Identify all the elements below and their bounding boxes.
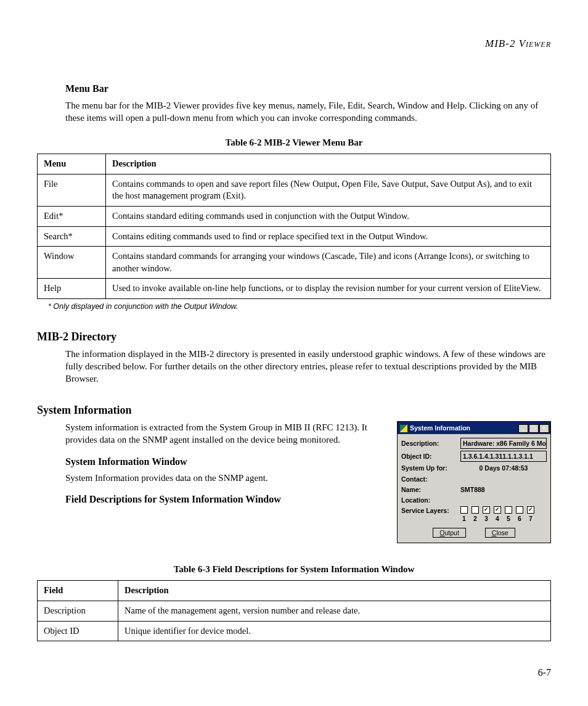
label-uptime: System Up for: — [401, 464, 460, 472]
label-object-id: Object ID: — [401, 452, 460, 461]
table-row: FileContains commands to open and save r… — [38, 174, 551, 206]
value-object-id[interactable]: 1.3.6.1.4.1.311.1.1.3.1.1 — [460, 451, 547, 462]
table-6-3-col2: Description — [118, 581, 551, 601]
value-uptime: 0 Days 07:48:53 — [460, 464, 547, 472]
mib2-directory-paragraph: The information displayed in the MIB-2 d… — [65, 348, 551, 385]
page-header: MIB-2 Viewer — [37, 37, 551, 51]
menu-bar-heading: Menu Bar — [65, 82, 551, 96]
table-6-3: Field Description DescriptionName of the… — [37, 580, 551, 641]
table-6-3-caption: Table 6-3 Field Descriptions for System … — [37, 563, 551, 575]
minimize-icon[interactable]: _ — [518, 424, 528, 433]
close-icon[interactable]: × — [539, 424, 549, 433]
table-row: HelpUsed to invoke available on-line hel… — [38, 279, 551, 299]
layer-4-checkbox[interactable]: ✓ — [494, 506, 501, 514]
table-row: Search*Contains editing commands used to… — [38, 226, 551, 247]
page-number: 6-7 — [37, 666, 551, 679]
app-icon — [400, 425, 407, 432]
layer-2-checkbox[interactable] — [472, 506, 479, 514]
menu-bar-paragraph: The menu bar for the MIB-2 Viewer provid… — [65, 99, 551, 125]
system-information-heading: System Information — [37, 403, 551, 417]
table-6-2-caption: Table 6-2 MIB-2 Viewer Menu Bar — [37, 136, 551, 149]
label-name: Name: — [401, 485, 460, 494]
layer-1-checkbox[interactable] — [460, 506, 468, 514]
table-row: Edit*Contains standard editing commands … — [38, 206, 551, 226]
table-6-2-col2: Description — [106, 154, 551, 174]
label-description: Description: — [401, 439, 460, 448]
table-6-2: Menu Description FileContains commands t… — [37, 154, 551, 299]
table-6-2-col1: Menu — [38, 154, 106, 174]
close-button[interactable]: Close — [485, 528, 515, 538]
service-layers: 1 2 ✓3 ✓4 5 6 ✓7 — [460, 506, 534, 523]
table-6-3-col1: Field — [38, 581, 118, 601]
table-row: Object IDUnique identifier for device mo… — [38, 621, 551, 641]
label-location: Location: — [401, 496, 460, 504]
table-row: DescriptionName of the management agent,… — [38, 601, 551, 622]
window-titlebar[interactable]: System Information _□× — [398, 422, 550, 434]
output-button[interactable]: Output — [433, 528, 466, 538]
table-row: WindowContains standard commands for arr… — [38, 247, 551, 279]
window-title: System Information — [410, 424, 470, 432]
layer-5-checkbox[interactable] — [505, 506, 512, 514]
layer-6-checkbox[interactable] — [516, 506, 523, 514]
label-contact: Contact: — [401, 475, 460, 483]
mib2-directory-heading: MIB-2 Directory — [37, 329, 551, 344]
value-description[interactable]: Hardware: x86 Family 6 Mo — [460, 438, 547, 449]
label-service-layers: Service Layers: — [401, 506, 460, 515]
maximize-icon[interactable]: □ — [529, 424, 539, 433]
layer-3-checkbox[interactable]: ✓ — [483, 506, 490, 514]
value-name: SMT888 — [460, 485, 547, 494]
table-6-2-footnote: * Only displayed in conjunction with the… — [48, 302, 551, 312]
layer-7-checkbox[interactable]: ✓ — [527, 506, 534, 514]
system-information-window: System Information _□× Description:Hardw… — [397, 421, 551, 543]
